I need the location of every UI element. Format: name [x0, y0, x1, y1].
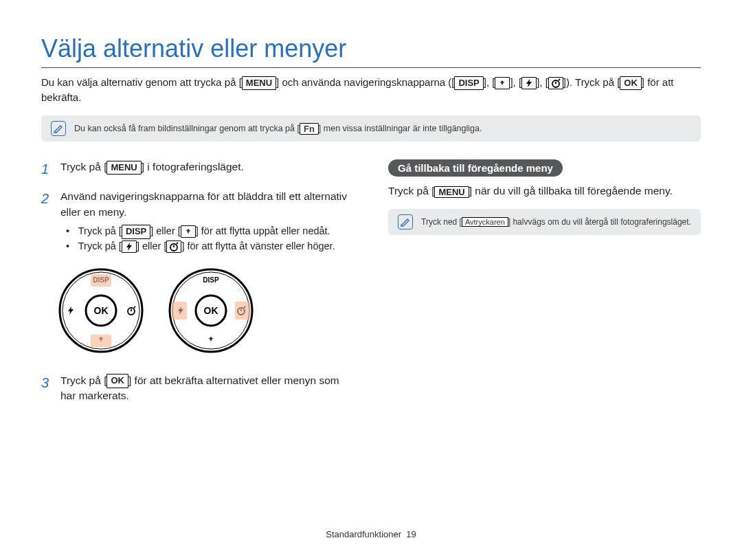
timer-icon: [548, 77, 563, 89]
dial-updown: DISP OK: [56, 266, 146, 355]
right-paragraph: Tryck på [MENU] när du vill gå tillbaka …: [388, 185, 701, 197]
macro-icon: [181, 225, 196, 238]
text: Tryck på [: [78, 240, 122, 251]
intro-part: ], [: [484, 76, 495, 88]
step-body: Tryck på [MENU] i fotograferingsläget.: [60, 159, 354, 179]
text: ] för att flytta uppåt eller nedåt.: [196, 225, 330, 236]
intro-text: Du kan välja alternativ genom att trycka…: [41, 75, 701, 104]
text: ] i fotograferingsläget.: [142, 161, 244, 172]
note-part: Du kan också få fram bildinställningar g…: [74, 123, 300, 133]
note-icon: [398, 214, 413, 229]
note-box-2: Tryck ned [Avtryckaren] halvvägs om du v…: [388, 209, 701, 235]
step-2: 2 Använd navigeringsknapparna för att bl…: [41, 189, 354, 254]
disp-button-inline: DISP: [454, 76, 483, 90]
intro-part: Du kan välja alternativ genom att trycka…: [41, 76, 242, 88]
intro-part: ]). Tryck på [: [563, 76, 620, 88]
page-number: 19: [406, 529, 416, 539]
step-1: 1 Tryck på [MENU] i fotograferingsläget.: [41, 159, 354, 179]
note-part: ] men vissa inställningar är inte tillgä…: [319, 123, 482, 133]
flash-icon: [521, 77, 537, 89]
shutter-button-label: Avtryckaren: [462, 217, 508, 227]
note-box-1: Du kan också få fram bildinställningar g…: [41, 115, 701, 142]
left-column: 1 Tryck på [MENU] i fotograferingsläget.…: [41, 159, 354, 413]
menu-button-inline: MENU: [242, 76, 276, 90]
sub-bullet: Tryck på [] eller [] för att flytta åt v…: [66, 239, 354, 254]
section-heading: Gå tillbaka till föregående meny: [388, 159, 563, 177]
flash-icon: [122, 240, 137, 253]
note-text: Du kan också få fram bildinställningar g…: [74, 123, 482, 135]
text: ] eller [: [137, 240, 167, 251]
text: Tryck på [: [60, 374, 106, 386]
note-icon: [51, 121, 66, 136]
step-body: Tryck på [OK] för att bekräfta alternati…: [60, 373, 354, 404]
page-footer: Standardfunktioner 19: [0, 529, 742, 539]
ok-button-inline: OK: [620, 76, 642, 90]
text: Tryck på [: [78, 225, 122, 236]
menu-button-inline: MENU: [434, 186, 469, 198]
dial-illustrations: DISP OK DISP OK: [56, 266, 354, 355]
ok-button-inline: OK: [106, 374, 128, 388]
text: Tryck på [: [388, 185, 434, 197]
step-number: 3: [41, 373, 54, 404]
text: Tryck på [: [60, 161, 106, 172]
step-number: 1: [41, 159, 54, 179]
intro-part: ] och använda navigeringsknapparna ([: [276, 76, 454, 88]
intro-part: ], [: [510, 76, 521, 88]
disp-button-inline: DISP: [122, 225, 150, 239]
macro-icon: [495, 77, 510, 89]
dial-ok-label: OK: [94, 305, 109, 316]
dial-ok-label: OK: [204, 305, 218, 316]
step-3: 3 Tryck på [OK] för att bekräfta alterna…: [41, 373, 354, 404]
text: Använd navigeringsknapparna för att bläd…: [60, 190, 347, 217]
dial-disp-label: DISP: [203, 276, 219, 284]
footer-section: Standardfunktioner: [326, 529, 401, 539]
dial-leftright: DISP OK: [166, 266, 256, 355]
sub-bullet: Tryck på [DISP] eller [] för att flytta …: [66, 224, 354, 239]
text: ] halvvägs om du vill återgå till fotogr…: [508, 217, 691, 227]
text: Tryck ned [: [421, 217, 462, 227]
text: ] eller [: [150, 225, 181, 236]
note-text: Tryck ned [Avtryckaren] halvvägs om du v…: [421, 217, 691, 227]
text: ] för att flytta åt vänster eller höger.: [181, 240, 335, 251]
timer-icon: [166, 240, 181, 253]
page-title: Välja alternativ eller menyer: [41, 34, 701, 68]
fn-button-inline: Fn: [300, 123, 319, 135]
step-number: 2: [41, 189, 54, 254]
menu-button-inline: MENU: [106, 161, 141, 175]
right-column: Gå tillbaka till föregående meny Tryck p…: [388, 159, 701, 413]
text: ] när du vill gå tillbaka till föregåend…: [469, 185, 673, 197]
intro-part: ], [: [537, 76, 548, 88]
step-body: Använd navigeringsknapparna för att bläd…: [60, 189, 354, 254]
